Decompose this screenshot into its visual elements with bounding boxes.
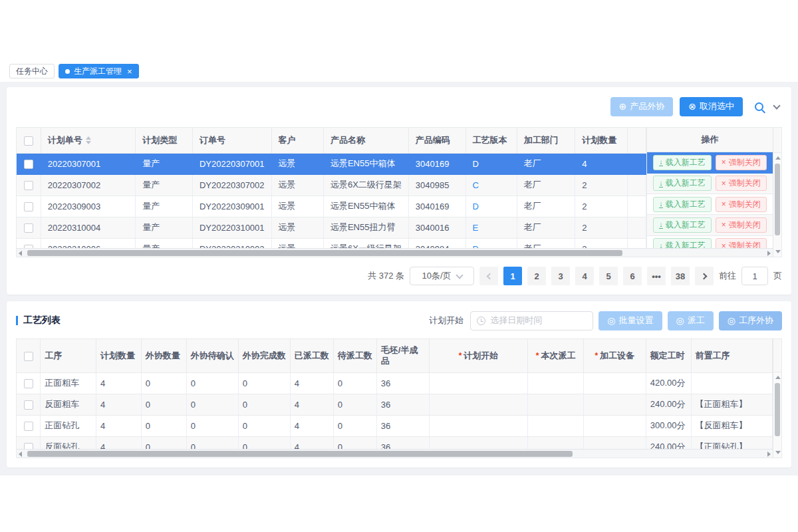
process-version-link[interactable]: D [473, 201, 479, 211]
vertical-scrollbar[interactable] [773, 128, 781, 257]
plan-start-cell[interactable] [429, 415, 527, 436]
col-plan-qty: 计划数量 [96, 339, 141, 372]
col-cut [628, 128, 646, 153]
table-row[interactable]: 反面粗车 4 0 0 0 4 0 36 240.00分 【 [17, 394, 773, 415]
row-checkbox[interactable] [24, 181, 33, 190]
scroll-down-arrow[interactable] [775, 451, 781, 454]
scroll-right-arrow[interactable] [767, 452, 771, 457]
row-checkbox[interactable] [24, 223, 33, 233]
scroll-up-arrow[interactable] [775, 376, 781, 379]
row-checkbox[interactable] [24, 160, 33, 169]
table-row[interactable]: 20220309003 量产 DY20220309001 远景 远景EN55中箱… [17, 196, 646, 217]
required-mark: * [595, 351, 598, 360]
sort-caret-icon[interactable] [86, 136, 91, 144]
process-version-link[interactable]: C [473, 180, 479, 190]
vertical-scrollbar[interactable] [773, 339, 781, 458]
row-checkbox[interactable] [24, 400, 33, 410]
load-new-process-button[interactable]: ↓载入新工艺 [653, 197, 712, 212]
process-version-link[interactable]: E [473, 223, 479, 233]
horizontal-scroll-thumb[interactable] [27, 451, 573, 457]
plan-start-date-input[interactable]: 选择日期时间 [470, 311, 593, 331]
tab-production-dispatch[interactable]: 生产派工管理 × [59, 64, 139, 78]
scroll-right-arrow[interactable] [767, 251, 771, 256]
page-button[interactable]: 2 [527, 267, 546, 285]
load-new-process-button[interactable]: ↓载入新工艺 [653, 155, 712, 170]
horizontal-scrollbar[interactable] [17, 449, 773, 458]
col-customer: 客户 [271, 128, 323, 153]
col-blank: 毛坯/半成品 [376, 339, 429, 372]
this-dispatch-cell[interactable] [528, 415, 584, 436]
scroll-left-arrow[interactable] [19, 251, 22, 256]
row-checkbox[interactable] [24, 422, 33, 431]
chevron-down-icon[interactable] [773, 102, 780, 109]
table-row[interactable]: 正面粗车 4 0 0 0 4 0 36 420.00分 [17, 372, 773, 394]
page-button[interactable]: 1 [503, 267, 522, 285]
row-actions: ↓载入新工艺 ×强制关闭 [647, 194, 773, 215]
scroll-left-arrow[interactable] [19, 452, 22, 457]
vertical-scroll-thumb[interactable] [775, 164, 780, 235]
product-outsource-button[interactable]: ⊕ 产品外协 [610, 97, 674, 116]
vertical-scroll-thumb[interactable] [775, 383, 780, 436]
tab-close-icon[interactable]: × [127, 67, 132, 76]
tab-strip: 任务中心 生产派工管理 × [0, 64, 798, 82]
title-bar-icon [16, 316, 18, 325]
gear-icon: ◎ [676, 316, 684, 325]
page-button[interactable]: 6 [623, 267, 642, 285]
goto-label: 前往 [719, 270, 736, 282]
goto-page-input[interactable] [741, 267, 768, 285]
section-title: 工艺列表 [16, 315, 61, 327]
gear-icon: ◎ [607, 316, 615, 325]
process-card: 工艺列表 计划开始 选择日期时间 ◎ 批量设置 ◎ 派工 ◎ 工序外 [7, 301, 791, 467]
col-outsource-qty: 外协数量 [141, 339, 186, 372]
page-size-select[interactable]: 10条/页 [410, 267, 474, 285]
prev-page-button[interactable] [479, 267, 498, 285]
scroll-down-arrow[interactable] [775, 250, 781, 253]
process-section-header: 工艺列表 计划开始 选择日期时间 ◎ 批量设置 ◎ 派工 ◎ 工序外 [16, 311, 782, 331]
active-dot-icon [65, 69, 70, 74]
page-button[interactable]: 4 [575, 267, 594, 285]
load-new-process-button[interactable]: ↓载入新工艺 [653, 217, 712, 233]
download-icon: ↓ [659, 200, 663, 208]
table-row[interactable]: 20220307002 量产 DY20220307002 远景 远景6X二级行星… [17, 174, 646, 196]
force-close-button[interactable]: ×强制关闭 [716, 176, 767, 191]
table-row[interactable]: 正面钻孔 4 0 0 0 4 0 36 300.00分 【 [17, 415, 773, 436]
force-close-button[interactable]: ×强制关闭 [716, 197, 767, 212]
page-ellipsis[interactable]: ••• [647, 267, 666, 285]
tab-task-center[interactable]: 任务中心 [9, 64, 55, 78]
this-dispatch-cell[interactable] [528, 394, 584, 415]
table-row[interactable]: 20220307001 量产 DY20220307001 远景 远景EN55中箱… [17, 153, 646, 174]
search-icon[interactable] [755, 102, 763, 111]
process-version-link[interactable]: D [473, 159, 479, 169]
row-checkbox[interactable] [24, 202, 33, 211]
plan-start-cell[interactable] [429, 372, 527, 394]
equipment-cell[interactable] [584, 415, 646, 436]
col-this-dispatch: *本次派工 [528, 339, 584, 372]
select-all-checkbox[interactable] [24, 352, 33, 361]
select-all-checkbox[interactable] [24, 136, 33, 146]
process-outsource-button[interactable]: ◎ 工序外协 [719, 311, 782, 331]
equipment-cell[interactable] [584, 394, 646, 415]
force-close-button[interactable]: ×强制关闭 [716, 217, 767, 233]
scroll-up-arrow[interactable] [775, 156, 781, 160]
page-button[interactable]: 5 [599, 267, 618, 285]
plan-table: 计划单号 计划类型 订单号 客户 产品名称 产品编码 工艺版本 加工部门 计划数… [17, 128, 646, 257]
row-checkbox[interactable] [24, 379, 33, 388]
force-close-button[interactable]: ×强制关闭 [716, 155, 767, 170]
plan-start-cell[interactable] [429, 394, 527, 415]
table-row[interactable]: 20220310004 量产 DY20220310001 远景 远景EN55扭力… [17, 217, 646, 238]
pagination: 共 372 条 10条/页 1 2 3 4 5 6 ••• 38 前往 页 [16, 267, 782, 285]
col-plan-no[interactable]: 计划单号 [41, 128, 136, 153]
page-button[interactable]: 3 [551, 267, 570, 285]
batch-set-button[interactable]: ◎ 批量设置 [598, 311, 662, 331]
cancel-selection-button[interactable]: ⊗ 取消选中 [680, 97, 743, 116]
col-plan-start: *计划开始 [429, 339, 527, 372]
col-process: 工序 [41, 339, 96, 372]
load-new-process-button[interactable]: ↓载入新工艺 [653, 176, 712, 191]
next-page-button[interactable] [695, 267, 714, 285]
page-button[interactable]: 38 [671, 267, 690, 285]
horizontal-scroll-thumb[interactable] [27, 250, 622, 256]
equipment-cell[interactable] [584, 372, 646, 394]
this-dispatch-cell[interactable] [528, 372, 584, 394]
dispatch-button[interactable]: ◎ 派工 [668, 311, 714, 331]
horizontal-scrollbar[interactable] [17, 248, 773, 257]
